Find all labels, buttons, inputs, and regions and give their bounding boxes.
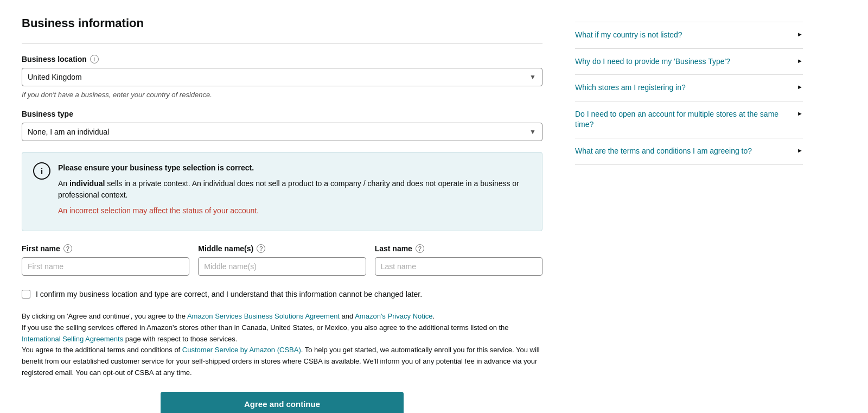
faq-item-5-arrow-icon: ► [797,147,803,154]
faq-item-2-text: Why do I need to provide my 'Business Ty… [575,56,797,67]
sidebar: What if my country is not listed? ► Why … [575,16,803,413]
bsa-link[interactable]: Amazon Services Business Solutions Agree… [187,312,340,320]
agree-continue-button[interactable]: Agree and continue [161,392,404,413]
faq-item-2-arrow-icon: ► [797,58,803,64]
first-name-field: First name ? [22,244,189,276]
faq-item-5-text: What are the terms and conditions I am a… [575,146,797,157]
last-name-input[interactable] [375,257,542,276]
business-location-select[interactable]: United Kingdom United States Canada Aust… [22,68,542,86]
name-fields-row: First name ? Middle name(s) ? Last name … [22,244,542,276]
legal-line1: By clicking on 'Agree and continue', you… [22,311,542,322]
last-name-label: Last name ? [375,244,542,253]
faq-item-3-text: Which stores am I registering in? [575,82,797,93]
middle-name-label: Middle name(s) ? [198,244,366,253]
faq-item-3-arrow-icon: ► [797,84,803,90]
business-location-hint: If you don't have a business, enter your… [22,91,542,99]
business-type-label: Business type [22,110,542,118]
faq-item-3[interactable]: Which stores am I registering in? ► [575,75,803,101]
legal-line3: You agree to the additional terms and co… [22,345,542,378]
business-type-select-wrapper: None, I am an individual Sole Proprietor… [22,123,542,141]
first-name-input[interactable] [22,257,189,276]
faq-item-4-text: Do I need to open an account for multipl… [575,109,797,130]
last-name-field: Last name ? [375,244,542,276]
business-location-label: Business location i [22,55,542,63]
info-box-warning: An incorrect selection may affect the st… [58,205,531,217]
confirmation-checkbox-row: I confirm my business location and type … [22,289,542,300]
privacy-notice-link[interactable]: Amazon's Privacy Notice [355,312,432,320]
faq-item-4-arrow-icon: ► [797,110,803,117]
first-name-label: First name ? [22,244,189,253]
page-title: Business information [22,16,542,30]
first-name-help-icon[interactable]: ? [63,244,72,253]
business-type-select[interactable]: None, I am an individual Sole Proprietor… [22,123,542,141]
faq-item-1-arrow-icon: ► [797,31,803,37]
faq-item-2[interactable]: Why do I need to provide my 'Business Ty… [575,49,803,75]
faq-item-1[interactable]: What if my country is not listed? ► [575,22,803,49]
confirm-checkbox-label: I confirm my business location and type … [36,289,422,300]
business-location-select-wrapper: United Kingdom United States Canada Aust… [22,68,542,86]
faq-item-4[interactable]: Do I need to open an account for multipl… [575,101,803,138]
main-content: Business information Business location i… [22,16,542,413]
info-box-description: An individual sells in a private context… [58,178,531,201]
middle-name-input[interactable] [198,257,366,276]
legal-line2: If you use the selling services offered … [22,322,542,345]
info-box: i Please ensure your business type selec… [22,152,542,231]
business-type-group: Business type None, I am an individual S… [22,110,542,141]
info-box-title: Please ensure your business type selecti… [58,162,531,174]
business-location-group: Business location i United Kingdom Unite… [22,55,542,99]
middle-name-field: Middle name(s) ? [198,244,366,276]
page-container: Business information Business location i… [0,0,868,413]
faq-item-1-text: What if my country is not listed? [575,30,797,41]
info-circle-icon: i [33,162,50,180]
legal-text-block: By clicking on 'Agree and continue', you… [22,311,542,379]
faq-item-5[interactable]: What are the terms and conditions I am a… [575,138,803,165]
csba-link[interactable]: Customer Service by Amazon (CSBA) [182,346,301,354]
info-box-content: Please ensure your business type selecti… [58,162,531,221]
international-selling-link[interactable]: International Selling Agreements [22,335,123,343]
business-location-help-icon[interactable]: i [90,55,99,63]
middle-name-help-icon[interactable]: ? [257,244,265,253]
confirm-checkbox[interactable] [22,290,30,298]
section-divider [22,43,542,44]
last-name-help-icon[interactable]: ? [416,244,424,253]
